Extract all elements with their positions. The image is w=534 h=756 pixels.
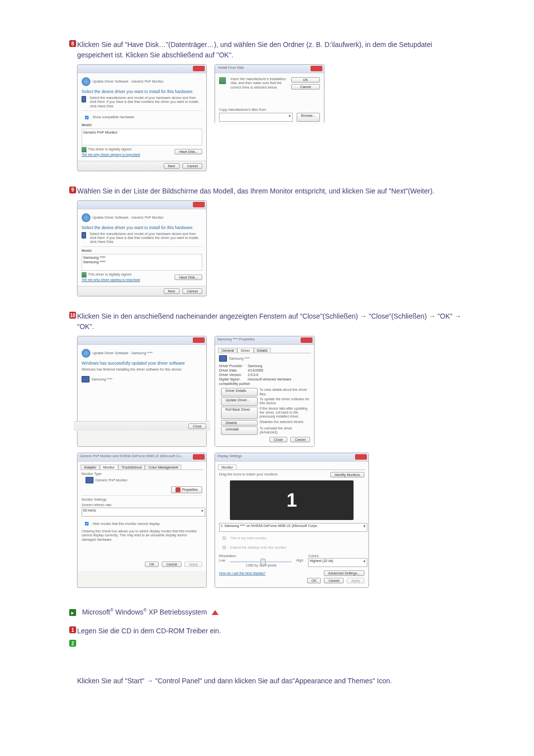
have-disk-button[interactable]: Have Disk... bbox=[175, 149, 202, 154]
triangle-up-icon[interactable] bbox=[212, 610, 219, 615]
uninstall-desc: To uninstall the driver (Advanced). bbox=[260, 426, 310, 435]
next-button[interactable]: Next bbox=[164, 163, 179, 169]
path-dropdown[interactable] bbox=[219, 113, 293, 122]
model-item[interactable]: Generic PnP Monitor bbox=[83, 130, 117, 135]
back-icon[interactable] bbox=[82, 77, 90, 86]
step-10-text: 10 Klicken Sie in den anschießend nachei… bbox=[69, 311, 465, 332]
cert-icon bbox=[82, 147, 87, 152]
cert-icon bbox=[82, 272, 87, 278]
monitor-select-dropdown[interactable]: 1. Samsung **** on NVIDIA GeForce 6600 L… bbox=[219, 523, 367, 532]
cancel-button[interactable]: Cancel bbox=[162, 562, 181, 567]
close-icon[interactable] bbox=[193, 337, 205, 343]
cancel-button[interactable]: Cancel bbox=[182, 288, 202, 294]
model-item-2[interactable]: Samsung **** bbox=[83, 260, 201, 264]
update-desc: To update the driver software for this d… bbox=[260, 397, 310, 406]
step-number-10-icon: 10 bbox=[69, 312, 76, 319]
tab-troubleshoot[interactable]: Troubleshoot bbox=[118, 465, 145, 470]
refresh-rate-label: Screen refresh rate: bbox=[82, 503, 202, 507]
resolution-label: Resolution: bbox=[219, 554, 303, 558]
close-icon[interactable] bbox=[301, 337, 312, 343]
ok-button[interactable]: OK bbox=[145, 562, 159, 567]
slider-thumb[interactable] bbox=[261, 559, 266, 566]
step-8-text: 8 Klicken Sie auf "Have Disk…"(Datenträg… bbox=[69, 40, 465, 60]
browse-button[interactable]: Browse... bbox=[297, 113, 320, 122]
next-button[interactable]: Next bbox=[164, 288, 179, 294]
refresh-dropdown[interactable]: 60 Hertz bbox=[82, 508, 205, 517]
ok-button[interactable]: OK bbox=[291, 77, 320, 83]
advanced-settings-button[interactable]: Advanced Settings... bbox=[324, 570, 364, 576]
cancel-button[interactable]: Cancel bbox=[182, 163, 202, 169]
close-button[interactable]: Close bbox=[269, 437, 287, 442]
update-driver-window: Update Driver Software - Generic PnP Mon… bbox=[77, 64, 207, 171]
driver-details-button[interactable]: Driver Details bbox=[221, 388, 258, 396]
titlebar: Generic PnP Monitor and NVIDIA GeForce 6… bbox=[78, 453, 206, 462]
provider-label: Driver Provider: bbox=[219, 364, 248, 368]
model-listbox[interactable]: Generic PnP Monitor bbox=[82, 129, 202, 145]
disable-button[interactable]: Disable bbox=[221, 420, 258, 425]
show-compatible-checkbox[interactable] bbox=[85, 116, 89, 120]
update-driver-button[interactable]: Update Driver... bbox=[221, 397, 258, 406]
high-label: High bbox=[296, 559, 303, 563]
properties-button[interactable]: Properties bbox=[171, 486, 202, 493]
titlebar: Install From Disk bbox=[215, 65, 324, 73]
close-button[interactable]: Close bbox=[188, 424, 206, 429]
step-8-body: Klicken Sie auf "Have Disk…"(Datenträger… bbox=[77, 41, 432, 59]
mon-title: Generic PnP Monitor and NVIDIA GeForce 6… bbox=[78, 453, 185, 459]
version-value: 2.0.0.0 bbox=[248, 373, 258, 377]
back-icon[interactable] bbox=[82, 349, 90, 358]
tab-monitor[interactable]: Monitor bbox=[218, 465, 236, 470]
monitor-name: Generic PnP Monitor bbox=[95, 478, 128, 482]
rollback-button[interactable]: Roll Back Driver bbox=[221, 407, 258, 419]
monitor-settings-label: Monitor Settings bbox=[82, 498, 202, 502]
uninstall-button[interactable]: Uninstall bbox=[221, 426, 258, 435]
tab-details[interactable]: Details bbox=[254, 348, 271, 353]
model-item-1[interactable]: Samsung **** bbox=[83, 255, 201, 260]
breadcrumb: Update Driver Software - Generic PnP Mon… bbox=[92, 216, 164, 219]
signing-link[interactable]: Tell me why driver signing is important bbox=[82, 153, 140, 156]
monitor-number: 1 bbox=[286, 489, 297, 511]
colors-dropdown[interactable]: Highest (32 bit) bbox=[308, 558, 367, 567]
step-10-images-row1: Update Driver Software - Samsung **** Wi… bbox=[69, 336, 465, 447]
step-8-images: Update Driver Software - Generic PnP Mon… bbox=[69, 64, 465, 171]
step-10-body: Klicken Sie in den anschießend nacheinan… bbox=[77, 312, 461, 331]
close-icon[interactable] bbox=[193, 202, 205, 207]
tab-row: General Driver Details bbox=[218, 348, 311, 353]
monitor-preview[interactable]: 1 bbox=[230, 480, 354, 520]
breadcrumb: Update Driver Software - Generic PnP Mon… bbox=[92, 80, 164, 83]
step-8-block: 8 Klicken Sie auf "Have Disk…"(Datenträg… bbox=[69, 40, 465, 171]
signed-label: This driver is digitally signed. bbox=[88, 273, 132, 276]
apply-button[interactable]: Apply bbox=[184, 562, 202, 567]
ok-button[interactable]: OK bbox=[307, 578, 321, 583]
tab-general[interactable]: General bbox=[218, 348, 237, 353]
cancel-button[interactable]: Cancel bbox=[290, 437, 310, 442]
tab-color-management[interactable]: Color Management bbox=[145, 465, 181, 470]
details-desc: To view details about the driver files. bbox=[260, 388, 310, 396]
date-value: 4/14/2008 bbox=[248, 369, 263, 372]
have-disk-button[interactable]: Have Disk... bbox=[175, 275, 202, 280]
signing-link[interactable]: Tell me why driver signing is important bbox=[82, 278, 140, 282]
model-listbox[interactable]: Samsung **** Samsung **** bbox=[82, 254, 202, 271]
hide-modes-checkbox[interactable] bbox=[85, 521, 89, 525]
best-display-link[interactable]: How do I get the best display? bbox=[219, 571, 266, 575]
close-icon[interactable] bbox=[193, 66, 205, 71]
rollback-desc: If the device fails after updating the d… bbox=[260, 407, 310, 419]
resolution-slider[interactable] bbox=[230, 561, 292, 563]
monitor-icon bbox=[219, 355, 227, 362]
close-icon[interactable] bbox=[311, 66, 322, 71]
tab-monitor[interactable]: Monitor bbox=[100, 465, 118, 470]
cancel-button[interactable]: Cancel bbox=[291, 84, 320, 90]
tab-driver[interactable]: Driver bbox=[237, 348, 254, 353]
cancel-button[interactable]: Cancel bbox=[324, 578, 344, 583]
close-icon[interactable] bbox=[193, 454, 205, 460]
monitor-type-label: Monitor Type bbox=[82, 472, 202, 476]
apply-button[interactable]: Apply bbox=[347, 578, 364, 583]
os-suffix: XP Betriebssystem bbox=[147, 608, 207, 616]
back-icon[interactable] bbox=[82, 213, 90, 222]
tab-adapter[interactable]: Adapter bbox=[81, 465, 100, 470]
wizard-heading: Select the device driver you want to ins… bbox=[82, 89, 202, 94]
arrow-icon: ▸ bbox=[69, 609, 76, 616]
wizard-desc: Select the manufacturer and model of you… bbox=[90, 96, 202, 108]
close-icon[interactable] bbox=[355, 454, 367, 460]
properties-window: Samsung **** Properties General Driver D… bbox=[215, 336, 314, 447]
identify-monitors-button[interactable]: Identify Monitors bbox=[330, 472, 364, 477]
